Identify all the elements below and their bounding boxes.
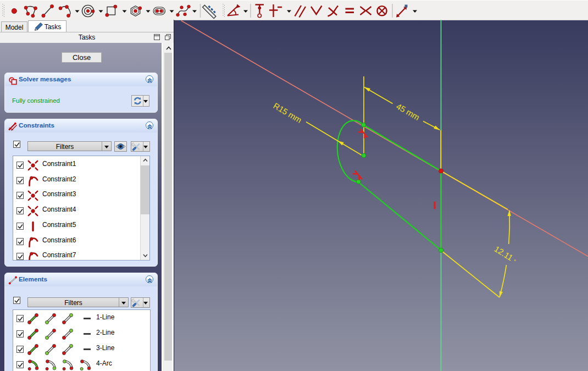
svg-text:12.11 °: 12.11 ° (493, 244, 519, 265)
svg-text:45 mm: 45 mm (395, 102, 421, 122)
svg-text:R15 mm: R15 mm (272, 101, 303, 125)
